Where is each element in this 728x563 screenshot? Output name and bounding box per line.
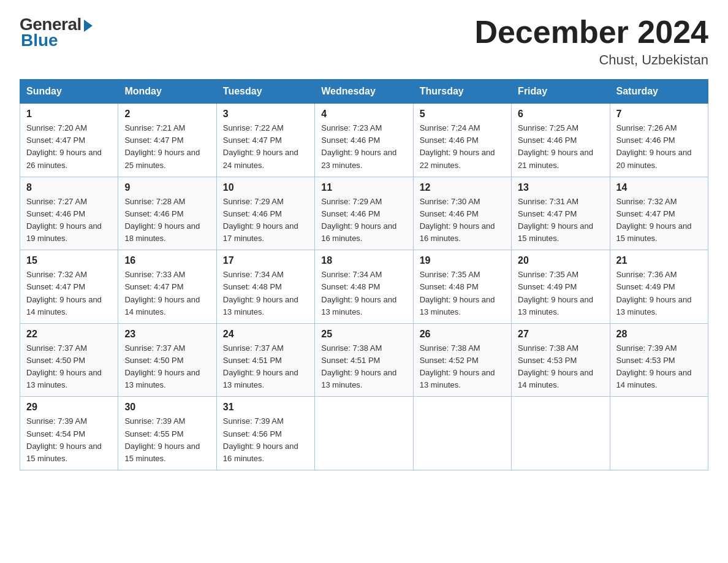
day-number: 28 (616, 329, 702, 340)
day-header-monday: Monday (118, 80, 216, 104)
week-row-1: 1 Sunrise: 7:20 AMSunset: 4:47 PMDayligh… (20, 104, 708, 177)
calendar-cell: 24 Sunrise: 7:37 AMSunset: 4:51 PMDaylig… (216, 323, 314, 397)
week-row-5: 29 Sunrise: 7:39 AMSunset: 4:54 PMDaylig… (20, 397, 708, 470)
day-number: 22 (26, 329, 112, 340)
day-info: Sunrise: 7:28 AMSunset: 4:46 PMDaylight:… (124, 196, 210, 245)
day-info: Sunrise: 7:39 AMSunset: 4:55 PMDaylight:… (124, 415, 210, 465)
calendar-cell: 17 Sunrise: 7:34 AMSunset: 4:48 PMDaylig… (216, 250, 314, 324)
day-number: 4 (321, 109, 406, 120)
calendar-cell: 2 Sunrise: 7:21 AMSunset: 4:47 PMDayligh… (118, 104, 216, 177)
calendar-cell: 4 Sunrise: 7:23 AMSunset: 4:46 PMDayligh… (315, 104, 413, 177)
calendar-cell: 25 Sunrise: 7:38 AMSunset: 4:51 PMDaylig… (315, 323, 413, 397)
location-text: Chust, Uzbekistan (474, 52, 708, 68)
day-header-thursday: Thursday (413, 80, 511, 104)
day-number: 10 (223, 182, 308, 193)
day-number: 26 (420, 329, 505, 340)
day-info: Sunrise: 7:32 AMSunset: 4:47 PMDaylight:… (26, 269, 112, 318)
day-info: Sunrise: 7:38 AMSunset: 4:53 PMDaylight:… (518, 342, 603, 392)
calendar-cell: 5 Sunrise: 7:24 AMSunset: 4:46 PMDayligh… (413, 104, 511, 177)
week-row-4: 22 Sunrise: 7:37 AMSunset: 4:50 PMDaylig… (20, 323, 708, 397)
day-info: Sunrise: 7:33 AMSunset: 4:47 PMDaylight:… (124, 269, 210, 318)
calendar-cell: 3 Sunrise: 7:22 AMSunset: 4:47 PMDayligh… (216, 104, 314, 177)
calendar-cell: 21 Sunrise: 7:36 AMSunset: 4:49 PMDaylig… (610, 250, 708, 324)
calendar-cell (413, 397, 511, 470)
day-number: 21 (616, 255, 702, 266)
day-info: Sunrise: 7:39 AMSunset: 4:54 PMDaylight:… (26, 415, 112, 465)
day-info: Sunrise: 7:38 AMSunset: 4:51 PMDaylight:… (321, 342, 406, 392)
logo: General Blue (20, 15, 93, 50)
calendar-cell: 11 Sunrise: 7:29 AMSunset: 4:46 PMDaylig… (315, 177, 413, 250)
week-row-3: 15 Sunrise: 7:32 AMSunset: 4:47 PMDaylig… (20, 250, 708, 324)
calendar-cell: 7 Sunrise: 7:26 AMSunset: 4:46 PMDayligh… (610, 104, 708, 177)
calendar-cell: 12 Sunrise: 7:30 AMSunset: 4:46 PMDaylig… (413, 177, 511, 250)
day-number: 7 (616, 109, 702, 120)
calendar-cell: 13 Sunrise: 7:31 AMSunset: 4:47 PMDaylig… (512, 177, 610, 250)
calendar-body: 1 Sunrise: 7:20 AMSunset: 4:47 PMDayligh… (20, 104, 708, 470)
calendar-cell: 18 Sunrise: 7:34 AMSunset: 4:48 PMDaylig… (315, 250, 413, 324)
calendar-cell: 20 Sunrise: 7:35 AMSunset: 4:49 PMDaylig… (512, 250, 610, 324)
day-number: 25 (321, 329, 406, 340)
day-header-wednesday: Wednesday (315, 80, 413, 104)
day-number: 16 (124, 255, 210, 266)
day-info: Sunrise: 7:34 AMSunset: 4:48 PMDaylight:… (223, 269, 308, 318)
calendar-cell (315, 397, 413, 470)
calendar-cell: 1 Sunrise: 7:20 AMSunset: 4:47 PMDayligh… (20, 104, 118, 177)
month-title: December 2024 (474, 15, 708, 50)
calendar-cell: 31 Sunrise: 7:39 AMSunset: 4:56 PMDaylig… (216, 397, 314, 470)
calendar-cell: 16 Sunrise: 7:33 AMSunset: 4:47 PMDaylig… (118, 250, 216, 324)
day-info: Sunrise: 7:35 AMSunset: 4:49 PMDaylight:… (518, 269, 603, 318)
day-info: Sunrise: 7:37 AMSunset: 4:51 PMDaylight:… (223, 342, 308, 392)
day-header-tuesday: Tuesday (216, 80, 314, 104)
day-info: Sunrise: 7:24 AMSunset: 4:46 PMDaylight:… (420, 122, 505, 172)
day-info: Sunrise: 7:37 AMSunset: 4:50 PMDaylight:… (124, 342, 210, 392)
day-number: 5 (420, 109, 505, 120)
calendar-cell: 27 Sunrise: 7:38 AMSunset: 4:53 PMDaylig… (512, 323, 610, 397)
day-info: Sunrise: 7:21 AMSunset: 4:47 PMDaylight:… (124, 122, 210, 172)
day-info: Sunrise: 7:20 AMSunset: 4:47 PMDaylight:… (26, 122, 112, 172)
day-info: Sunrise: 7:22 AMSunset: 4:47 PMDaylight:… (223, 122, 308, 172)
day-number: 9 (124, 182, 210, 193)
day-info: Sunrise: 7:27 AMSunset: 4:46 PMDaylight:… (26, 196, 112, 245)
calendar-cell: 26 Sunrise: 7:38 AMSunset: 4:52 PMDaylig… (413, 323, 511, 397)
calendar-cell (610, 397, 708, 470)
title-block: December 2024 Chust, Uzbekistan (474, 15, 708, 68)
calendar-cell: 8 Sunrise: 7:27 AMSunset: 4:46 PMDayligh… (20, 177, 118, 250)
day-info: Sunrise: 7:31 AMSunset: 4:47 PMDaylight:… (518, 196, 603, 245)
day-number: 18 (321, 255, 406, 266)
calendar-cell: 30 Sunrise: 7:39 AMSunset: 4:55 PMDaylig… (118, 397, 216, 470)
page-header: General Blue December 2024 Chust, Uzbeki… (20, 15, 708, 68)
header-row: SundayMondayTuesdayWednesdayThursdayFrid… (20, 80, 708, 104)
calendar-cell: 19 Sunrise: 7:35 AMSunset: 4:48 PMDaylig… (413, 250, 511, 324)
day-number: 6 (518, 109, 603, 120)
day-number: 15 (26, 255, 112, 266)
day-number: 8 (26, 182, 112, 193)
day-number: 12 (420, 182, 505, 193)
calendar-cell: 22 Sunrise: 7:37 AMSunset: 4:50 PMDaylig… (20, 323, 118, 397)
calendar-cell: 23 Sunrise: 7:37 AMSunset: 4:50 PMDaylig… (118, 323, 216, 397)
logo-blue-text: Blue (21, 31, 58, 50)
day-number: 30 (124, 402, 210, 413)
day-number: 17 (223, 255, 308, 266)
calendar-cell: 10 Sunrise: 7:29 AMSunset: 4:46 PMDaylig… (216, 177, 314, 250)
day-info: Sunrise: 7:30 AMSunset: 4:46 PMDaylight:… (420, 196, 505, 245)
day-info: Sunrise: 7:32 AMSunset: 4:47 PMDaylight:… (616, 196, 702, 245)
day-info: Sunrise: 7:39 AMSunset: 4:56 PMDaylight:… (223, 415, 308, 465)
calendar-cell: 29 Sunrise: 7:39 AMSunset: 4:54 PMDaylig… (20, 397, 118, 470)
day-number: 20 (518, 255, 603, 266)
day-info: Sunrise: 7:29 AMSunset: 4:46 PMDaylight:… (321, 196, 406, 245)
day-info: Sunrise: 7:35 AMSunset: 4:48 PMDaylight:… (420, 269, 505, 318)
day-header-saturday: Saturday (610, 80, 708, 104)
calendar-cell (512, 397, 610, 470)
day-number: 2 (124, 109, 210, 120)
day-info: Sunrise: 7:29 AMSunset: 4:46 PMDaylight:… (223, 196, 308, 245)
calendar-table: SundayMondayTuesdayWednesdayThursdayFrid… (20, 79, 708, 470)
day-number: 29 (26, 402, 112, 413)
calendar-cell: 9 Sunrise: 7:28 AMSunset: 4:46 PMDayligh… (118, 177, 216, 250)
day-number: 24 (223, 329, 308, 340)
day-info: Sunrise: 7:25 AMSunset: 4:46 PMDaylight:… (518, 122, 603, 172)
day-number: 31 (223, 402, 308, 413)
calendar-cell: 15 Sunrise: 7:32 AMSunset: 4:47 PMDaylig… (20, 250, 118, 324)
day-number: 3 (223, 109, 308, 120)
day-info: Sunrise: 7:37 AMSunset: 4:50 PMDaylight:… (26, 342, 112, 392)
week-row-2: 8 Sunrise: 7:27 AMSunset: 4:46 PMDayligh… (20, 177, 708, 250)
